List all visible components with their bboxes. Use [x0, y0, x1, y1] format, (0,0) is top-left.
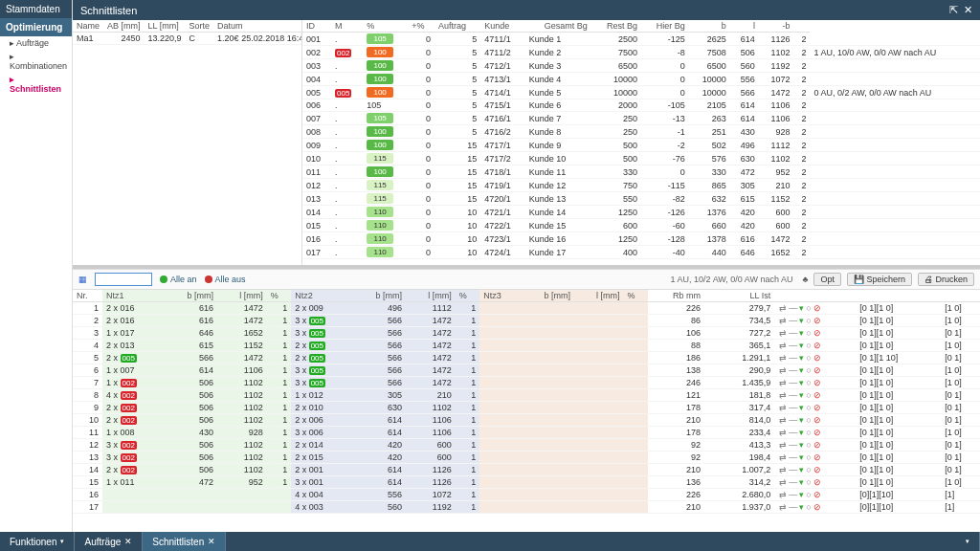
sidebar-item-schnittlisten[interactable]: ▸ Schnittlisten — [0, 73, 72, 96]
order-row[interactable]: 003.100054712/1Kunde 365000650056011922 — [302, 59, 980, 73]
functions-menu[interactable]: Funktionen▾ — [0, 532, 75, 551]
print-button[interactable]: 🖨 Drucken — [918, 273, 974, 286]
sidebar: Stammdaten Optimierung ▸ Aufträge ▸ Komb… — [0, 0, 73, 532]
order-row[interactable]: 010.1150154717/2Kunde 10500-765766301102… — [302, 152, 980, 165]
order-row[interactable]: 006.105054715/1Kunde 62000-1052105614110… — [302, 99, 980, 112]
close-icon[interactable]: ✕ — [964, 4, 972, 16]
order-row[interactable]: 013.1150154720/1Kunde 13550-826326151152… — [302, 192, 980, 206]
tab-auftraege[interactable]: Aufträge✕ — [75, 532, 143, 551]
cut-table: Nr.Ntz1b [mm]l [mm]%Ntz2b [mm]l [mm]%Ntz… — [73, 290, 980, 514]
cut-row[interactable]: 164 x 004556107212262.680,0⇄—▾○⊘[0][1][1… — [73, 489, 980, 501]
order-row[interactable]: 016.1100104723/1Kunde 161250-12813786161… — [302, 232, 980, 246]
cut-row[interactable]: 174 x 003560119212101.937,0⇄—▾○⊘[0][1][1… — [73, 501, 980, 514]
cut-row[interactable]: 84 x 002506110211 x 0123052101121181,8⇄—… — [73, 389, 980, 402]
order-row[interactable]: 002002100054711/2Kunde 27500-87508506110… — [302, 46, 980, 59]
order-table: IDM%+%AuftragKundeGesamt BgRest BgHier B… — [302, 20, 980, 259]
order-row[interactable]: 011.1000154718/1Kunde 1133003304729522 — [302, 165, 980, 179]
save-button[interactable]: 💾 Speichern — [847, 273, 912, 286]
order-row[interactable]: 008.100054716/2Kunde 8250-12514309282 — [302, 125, 980, 139]
sidebar-tab-optimierung[interactable]: Optimierung — [0, 18, 72, 36]
sidebar-item-auftraege[interactable]: ▸ Aufträge — [0, 36, 72, 50]
order-row[interactable]: 015.1100104722/1Kunde 15600-606604206002 — [302, 219, 980, 232]
order-row[interactable]: 005005100054714/1Kunde 51000001000056614… — [302, 86, 980, 99]
cut-row[interactable]: 42 x 013615115212 x 0055661472188365,1⇄—… — [73, 340, 980, 352]
tab-schnittlisten[interactable]: Schnittlisten✕ — [143, 532, 226, 551]
filter-icon[interactable]: ▦ — [78, 275, 87, 284]
cut-row[interactable]: 111 x 00843092813 x 00661411061178233,4⇄… — [73, 427, 980, 439]
cut-row[interactable]: 133 x 002506110212 x 015420600192198,4⇄—… — [73, 452, 980, 464]
cut-row[interactable]: 142 x 002506110212 x 001614112612101.007… — [73, 464, 980, 476]
all-on-button[interactable]: Alle an — [160, 275, 197, 284]
cut-row[interactable]: 22 x 016616147213 x 0055661472186734,5⇄—… — [73, 315, 980, 327]
cut-row[interactable]: 12 x 016616147212 x 00949611121226279,7⇄… — [73, 302, 980, 315]
status-text: 1 AU, 10/2 AW, 0/0 AW nach AU — [671, 275, 793, 284]
cut-row[interactable]: 151 x 01147295213 x 00161411261136314,2⇄… — [73, 476, 980, 489]
order-row[interactable]: 012.1150154719/1Kunde 12750-115865305210… — [302, 179, 980, 192]
popout-icon[interactable]: ⇱ — [949, 4, 958, 16]
panel-header: Schnittlisten ⇱ ✕ — [73, 0, 980, 20]
cut-row[interactable]: 92 x 002506110212 x 01063011021178317,4⇄… — [73, 402, 980, 414]
sidebar-item-kombinationen[interactable]: ▸ Kombinationen — [0, 50, 72, 73]
tree-icon[interactable]: ♣ — [803, 275, 809, 284]
cut-row[interactable]: 123 x 002506110212 x 014420600192413,3⇄—… — [73, 439, 980, 452]
cut-row[interactable]: 31 x 017646165213 x 00556614721106727,2⇄… — [73, 327, 980, 340]
order-row[interactable]: 004.100054713/1Kunde 4100000100005561072… — [302, 73, 980, 86]
order-row[interactable]: 007.105054716/1Kunde 7250-1326361411062 — [302, 112, 980, 125]
statusbar: Funktionen▾ Aufträge✕ Schnittlisten✕ ▾ — [0, 532, 980, 551]
cut-row[interactable]: 102 x 002506110212 x 00661411061210814,0… — [73, 414, 980, 427]
opt-button[interactable]: Opt — [813, 273, 841, 286]
order-row[interactable]: 017.1100104724/1Kunde 17400-404406461652… — [302, 246, 980, 259]
machine-row[interactable]: Ma1 2450 13.220,9 C 1.20€ 25.02.2018 16:… — [73, 33, 302, 45]
cut-row[interactable]: 52 x 005566147212 x 005566147211861.291,… — [73, 352, 980, 364]
machine-table: NameAB [mm]LL [mm]SorteDatum Ma1 2450 13… — [73, 20, 302, 45]
all-off-button[interactable]: Alle aus — [205, 275, 246, 284]
order-row[interactable]: 014.1100104721/1Kunde 141250-12613764206… — [302, 206, 980, 219]
statusbar-dropdown[interactable]: ▾ — [952, 532, 980, 551]
order-row[interactable]: 001.105054711/1Kunde 12500-1252625614112… — [302, 33, 980, 46]
panel-title: Schnittlisten — [80, 5, 137, 16]
toolbar: ▦ Alle an Alle aus 1 AU, 10/2 AW, 0/0 AW… — [73, 269, 980, 290]
sidebar-tab-stammdaten[interactable]: Stammdaten — [0, 0, 72, 18]
cut-row[interactable]: 61 x 007614110613 x 00556614721138290,9⇄… — [73, 364, 980, 377]
cut-row[interactable]: 71 x 002506110213 x 005566147212461.435,… — [73, 377, 980, 389]
filter-input[interactable] — [95, 273, 152, 286]
order-row[interactable]: 009.1000154717/1Kunde 9500-250249611122 — [302, 139, 980, 152]
